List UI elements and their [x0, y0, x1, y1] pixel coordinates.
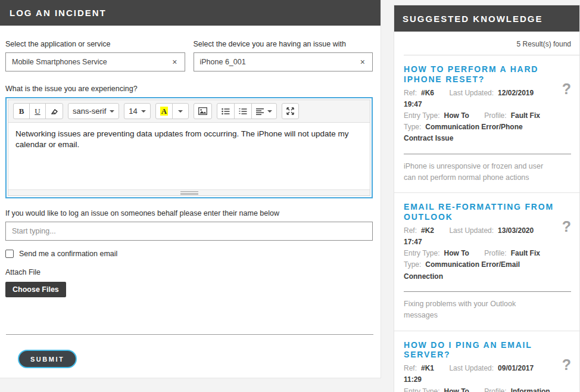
article-meta: Ref:#K2 Last Updated:13/03/2020 17:47 En…	[404, 225, 571, 282]
unordered-list-button[interactable]	[217, 103, 235, 119]
ref-label: Ref:	[404, 89, 417, 97]
results-count: 5 Result(s) found	[394, 32, 579, 55]
type-label: Type:	[404, 123, 421, 131]
profile-label: Profile:	[484, 111, 506, 120]
knowledge-article: HOW TO PERFORM A HARD IPHONE RESET? Ref:…	[394, 55, 579, 192]
bold-button[interactable]: B	[13, 103, 30, 119]
form-divider	[6, 334, 373, 335]
entry-type-label: Entry Type:	[404, 387, 439, 392]
image-icon	[198, 107, 207, 115]
confirmation-email-checkbox[interactable]	[5, 250, 14, 258]
ref-value: #K2	[421, 226, 434, 235]
eraser-icon	[50, 107, 58, 116]
last-updated-label: Last Updated:	[449, 89, 494, 97]
incident-form: Select the application or service Mobile…	[0, 26, 381, 368]
choose-files-button[interactable]: Choose Files	[5, 282, 66, 297]
expand-arrows-icon	[286, 107, 294, 115]
log-incident-panel: LOG AN INCIDENT Select the application o…	[0, 0, 381, 378]
entry-type-label: Entry Type:	[404, 111, 439, 120]
service-select[interactable]: Mobile Smartphones Service ×	[5, 52, 185, 71]
profile-value: Information	[511, 387, 550, 392]
issue-text-area[interactable]: Networking issues are preventing data up…	[8, 123, 370, 189]
suggested-knowledge-panel: SUGGESTED KNOWLEDGE 5 Result(s) found HO…	[394, 5, 580, 392]
profile-label: Profile:	[484, 387, 506, 392]
behalf-label: If you would like to log an issue on som…	[5, 209, 373, 217]
article-description: Fixing problems with your Outlook messag…	[404, 292, 571, 331]
ref-value: #K6	[421, 89, 434, 97]
article-meta: Ref:#K6 Last Updated:12/02/2019 19:47 En…	[404, 88, 571, 145]
ref-value: #K1	[421, 364, 434, 372]
insert-image-button[interactable]	[194, 103, 212, 119]
clear-formatting-button[interactable]	[45, 103, 63, 119]
help-icon[interactable]: ?	[562, 219, 571, 234]
submit-button[interactable]: SUBMIT	[18, 350, 77, 368]
underline-button[interactable]: U	[29, 103, 46, 119]
type-label: Type:	[404, 260, 421, 269]
knowledge-article: HOW DO I PING AN EMAIL SERVER? Ref:#K1 L…	[394, 331, 579, 392]
service-clear-icon[interactable]: ×	[171, 58, 178, 66]
suggested-knowledge-header: SUGGESTED KNOWLEDGE	[394, 5, 579, 32]
entry-type-value: How To	[444, 387, 469, 392]
help-icon[interactable]: ?	[562, 357, 571, 372]
article-title-link[interactable]: EMAIL RE-FORMATTING FROM OUTLOOK	[404, 202, 571, 222]
type-value: Communication Error/Email Connection	[404, 260, 520, 280]
issue-label: What is the issue you are experiencing?	[5, 85, 373, 93]
device-value: iPhone 6_001	[200, 58, 359, 66]
rich-text-editor: B U sans-serif	[5, 97, 373, 198]
font-family-dropdown[interactable]: sans-serif	[68, 103, 119, 119]
font-color-button[interactable]: A	[155, 103, 173, 119]
article-title-link[interactable]: HOW TO PERFORM A HARD IPHONE RESET?	[404, 64, 571, 85]
log-incident-header: LOG AN INCIDENT	[0, 0, 381, 26]
last-updated-label: Last Updated:	[449, 226, 494, 235]
chevron-down-icon	[141, 110, 146, 113]
device-clear-icon[interactable]: ×	[359, 58, 366, 66]
device-select[interactable]: iPhone 6_001 ×	[194, 52, 373, 71]
type-value: Communication Error/Phone Contract Issue	[404, 123, 523, 142]
fullscreen-button[interactable]	[282, 103, 299, 119]
ref-label: Ref:	[404, 364, 417, 372]
font-color-dropdown[interactable]	[172, 103, 189, 119]
ordered-list-button[interactable]	[234, 103, 252, 119]
align-left-icon	[256, 108, 264, 115]
entry-type-label: Entry Type:	[404, 249, 439, 257]
knowledge-article: EMAIL RE-FORMATTING FROM OUTLOOK Ref:#K2…	[394, 192, 579, 330]
paragraph-align-dropdown[interactable]	[251, 103, 277, 119]
editor-toolbar: B U sans-serif	[8, 100, 370, 123]
chevron-down-icon	[267, 110, 272, 113]
page: LOG AN INCIDENT Select the application o…	[0, 0, 580, 392]
entry-type-value: How To	[444, 111, 469, 120]
help-icon[interactable]: ?	[562, 82, 571, 97]
article-description: iPhone is unresponsive or frozen and use…	[404, 154, 571, 193]
editor-resize-handle[interactable]	[8, 189, 370, 195]
profile-value: Fault Fix	[511, 111, 540, 120]
profile-value: Fault Fix	[511, 249, 540, 257]
numbered-list-icon	[239, 108, 247, 115]
last-updated-label: Last Updated:	[449, 364, 494, 372]
service-label: Select the application or service	[5, 40, 185, 48]
chevron-down-icon	[178, 110, 183, 113]
ref-label: Ref:	[404, 226, 417, 235]
entry-type-value: How To	[444, 249, 469, 257]
service-value: Mobile Smartphones Service	[12, 58, 171, 66]
bullet-list-icon	[222, 108, 230, 115]
chevron-down-icon	[110, 110, 114, 113]
confirmation-email-label: Send me a confirmation email	[19, 250, 117, 258]
device-label: Select the device you are having an issu…	[194, 40, 373, 48]
article-meta: Ref:#K1 Last Updated:09/01/2017 11:29 En…	[404, 363, 571, 392]
knowledge-article-list: HOW TO PERFORM A HARD IPHONE RESET? Ref:…	[394, 55, 579, 392]
behalf-name-input[interactable]	[5, 222, 373, 241]
profile-label: Profile:	[484, 249, 506, 257]
attach-file-label: Attach File	[5, 268, 373, 276]
grip-icon	[180, 191, 198, 195]
font-size-dropdown[interactable]: 14	[124, 103, 150, 119]
article-title-link[interactable]: HOW DO I PING AN EMAIL SERVER?	[404, 340, 571, 360]
